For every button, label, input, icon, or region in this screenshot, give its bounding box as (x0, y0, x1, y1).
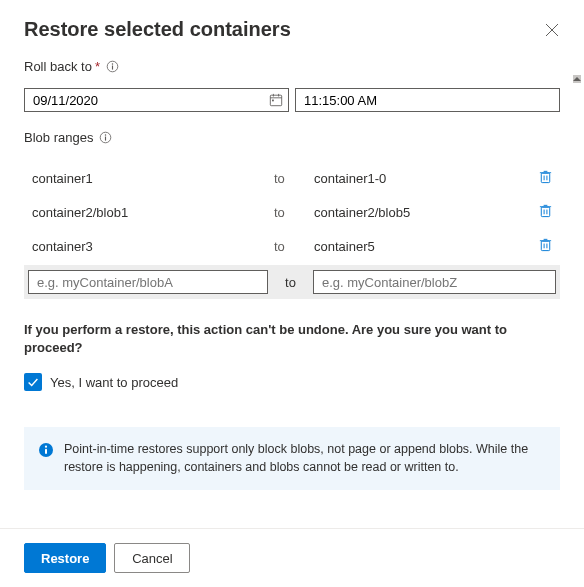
range-to-label: to (274, 239, 314, 254)
range-to-label: to (274, 171, 314, 186)
svg-rect-11 (541, 173, 549, 182)
date-input[interactable] (24, 88, 289, 112)
range-to-input[interactable] (313, 270, 556, 294)
delete-range-button[interactable] (538, 237, 553, 252)
table-row: container3 to container5 (24, 229, 560, 263)
panel-footer: Restore Cancel (0, 528, 584, 587)
range-to: container1-0 (314, 171, 530, 186)
range-to: container2/blob5 (314, 205, 530, 220)
svg-rect-21 (541, 241, 549, 250)
svg-point-9 (105, 134, 106, 135)
delete-range-button[interactable] (538, 203, 553, 218)
rollback-label: Roll back to (24, 59, 92, 74)
restore-button[interactable]: Restore (24, 543, 106, 573)
close-button[interactable] (544, 22, 560, 38)
scrollbar-thumb[interactable] (573, 75, 581, 83)
svg-point-27 (45, 446, 47, 448)
datetime-row (24, 88, 560, 112)
scrollbar-track[interactable] (568, 68, 584, 528)
delete-range-button[interactable] (538, 169, 553, 184)
time-input[interactable] (295, 88, 560, 112)
table-row: container2/blob1 to container2/blob5 (24, 195, 560, 229)
svg-rect-28 (45, 449, 47, 454)
trash-icon (538, 203, 553, 218)
panel-title: Restore selected containers (24, 18, 291, 41)
rollback-label-row: Roll back to * (24, 59, 560, 74)
svg-rect-2 (112, 66, 113, 70)
info-icon (99, 131, 112, 144)
restore-panel: Restore selected containers Roll back to… (0, 0, 584, 587)
date-input-wrap (24, 88, 289, 112)
close-icon (545, 23, 559, 37)
range-from: container1 (24, 171, 274, 186)
required-asterisk: * (95, 59, 100, 74)
confirm-checkbox[interactable] (24, 373, 42, 391)
new-range-row: to (24, 265, 560, 299)
svg-rect-16 (541, 207, 549, 216)
range-from-input[interactable] (28, 270, 268, 294)
range-from: container2/blob1 (24, 205, 274, 220)
trash-icon (538, 169, 553, 184)
ranges-label-row: Blob ranges (24, 130, 560, 145)
range-to: container5 (314, 239, 530, 254)
ranges-label: Blob ranges (24, 130, 93, 145)
info-box: Point-in-time restores support only bloc… (24, 427, 560, 490)
range-from: container3 (24, 239, 274, 254)
range-to-label: to (274, 205, 314, 220)
cancel-button[interactable]: Cancel (114, 543, 190, 573)
checkmark-icon (26, 375, 40, 389)
info-icon (38, 442, 54, 458)
range-input-to-label: to (268, 275, 313, 290)
ranges-info-icon[interactable] (99, 131, 112, 144)
confirm-checkbox-row: Yes, I want to proceed (24, 373, 560, 391)
trash-icon (538, 237, 553, 252)
ranges-table: container1 to container1-0 container2/bl… (24, 161, 560, 299)
info-box-icon (38, 442, 54, 476)
info-box-text: Point-in-time restores support only bloc… (64, 441, 546, 476)
rollback-info-icon[interactable] (106, 60, 119, 73)
confirm-checkbox-label: Yes, I want to proceed (50, 375, 178, 390)
table-row: container1 to container1-0 (24, 161, 560, 195)
info-icon (106, 60, 119, 73)
panel-header: Restore selected containers (0, 0, 584, 59)
confirm-warning: If you perform a restore, this action ca… (24, 321, 560, 357)
svg-rect-10 (105, 137, 106, 141)
svg-point-1 (112, 63, 113, 64)
panel-body: Roll back to * Blob ranges containe (0, 59, 584, 519)
